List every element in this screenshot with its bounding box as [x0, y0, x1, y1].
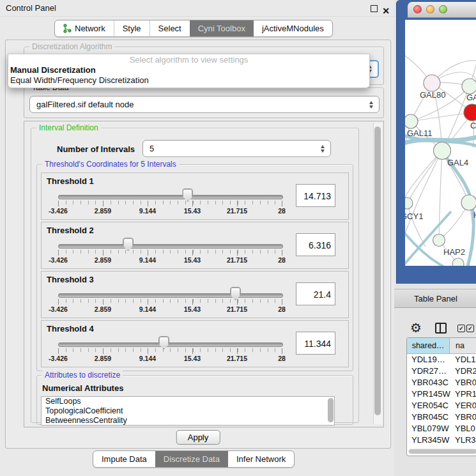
- apply-button[interactable]: Apply: [176, 430, 220, 445]
- table-horizontal-scrollbar[interactable]: [408, 449, 476, 454]
- threshold-slider[interactable]: [58, 244, 283, 249]
- node-label: GAL80: [420, 90, 445, 100]
- threshold-slider[interactable]: [58, 342, 283, 347]
- spinner-arrows-icon: [320, 144, 326, 153]
- thresholds-group: Threshold's Coordinates for 5 Intervals …: [36, 164, 353, 371]
- settings-scroll-panel: Interval Definition Number of Intervals …: [24, 121, 384, 427]
- thresholds-group-title: Threshold's Coordinates for 5 Intervals: [42, 160, 179, 169]
- panel-scrollbar[interactable]: [373, 123, 382, 424]
- threshold-label: Threshold 4: [47, 324, 94, 334]
- tab-discretize-data[interactable]: Discretize Data: [155, 451, 228, 467]
- tab-label: Discretize Data: [164, 454, 220, 464]
- control-panel-titlebar: Control Panel ✕: [0, 0, 394, 17]
- checkbox-icon[interactable]: ✓: [457, 325, 465, 332]
- threshold-label: Threshold 1: [47, 176, 94, 186]
- scrollbar-thumb[interactable]: [374, 127, 381, 415]
- table-row[interactable]: YER054CYER0: [407, 400, 476, 411]
- column-header-name[interactable]: na: [450, 338, 476, 353]
- tab-label: Infer Network: [236, 454, 286, 464]
- threshold-value-field[interactable]: 11.344: [296, 332, 335, 355]
- slider-thumb[interactable]: [230, 287, 241, 300]
- tab-label: jActiveMNodules: [262, 24, 324, 33]
- table-data-combo[interactable]: galFiltered.sif default node: [29, 96, 380, 113]
- list-item[interactable]: TopologicalCoefficient: [42, 406, 334, 416]
- node-gal11[interactable]: [405, 114, 418, 128]
- slider-thumb[interactable]: [182, 188, 193, 202]
- tab-select[interactable]: Select: [150, 20, 190, 36]
- threshold-value-field[interactable]: 14.713: [296, 184, 335, 207]
- slider-ticks: [58, 250, 282, 254]
- tab-jactivemnodules[interactable]: jActiveMNodules: [254, 20, 332, 36]
- tab-impute-data[interactable]: Impute Data: [93, 451, 155, 467]
- table-row[interactable]: YBR045CYBR0: [407, 411, 476, 423]
- tab-label: Style: [123, 24, 141, 33]
- number-of-intervals-label: Number of Intervals: [57, 144, 135, 154]
- algorithm-placeholder: Select algorithm to view settings: [8, 54, 369, 65]
- table-panel-titlebar: Table Panel: [394, 289, 476, 308]
- float-window-icon[interactable]: [371, 5, 378, 12]
- close-icon[interactable]: ✕: [382, 3, 390, 19]
- slider-thumb[interactable]: [158, 336, 169, 349]
- node-label: C: [470, 121, 476, 130]
- threshold-slider[interactable]: [58, 195, 283, 199]
- attributes-group: Attributes to discretize Numerical Attri…: [36, 375, 353, 425]
- columns-icon[interactable]: [435, 323, 447, 334]
- list-item[interactable]: BetweennessCentrality: [42, 416, 334, 426]
- network-view-window: GAL80 GA C GAL11 GAL4 GCY1 H HAP2: [396, 0, 476, 284]
- node-gcy1[interactable]: [405, 197, 413, 209]
- number-of-intervals-combo[interactable]: 5: [142, 140, 331, 157]
- node[interactable]: [461, 195, 476, 210]
- table-row[interactable]: YBL079WYBL0: [407, 423, 476, 434]
- algorithm-group-title: Discretization Algorithm: [29, 42, 114, 51]
- cyni-toolbox-panel: Discretization Algorithm Table Data galF…: [5, 40, 391, 449]
- slider-ticks: [58, 348, 282, 352]
- dropdown-option-manual-discretization[interactable]: Manual Discretization: [8, 65, 369, 75]
- node-hap2[interactable]: [433, 234, 445, 247]
- right-region: GAL80 GA C GAL11 GAL4 GCY1 H HAP2 Table …: [394, 0, 476, 476]
- minimize-traffic-light[interactable]: [426, 5, 434, 13]
- network-nodes[interactable]: [405, 75, 476, 266]
- list-scrollbar[interactable]: [328, 398, 334, 422]
- table-row[interactable]: YDR27…YDR2: [407, 365, 476, 377]
- slider-axis-labels: -3.426 2.859 9.144 21.715 15.43 28: [58, 355, 282, 363]
- table-row[interactable]: YLR345WYLR3: [407, 434, 476, 446]
- tab-network[interactable]: Network: [55, 20, 114, 36]
- slider-thumb[interactable]: [123, 238, 134, 251]
- window-title: Control Panel: [6, 3, 56, 13]
- threshold-value-field[interactable]: 21.4: [296, 282, 335, 305]
- slider-axis-labels: -3.426 2.859 9.144 15.43 21.715 28: [58, 207, 282, 215]
- tab-infer-network[interactable]: Infer Network: [228, 451, 294, 467]
- node[interactable]: [452, 258, 464, 266]
- node-gal80[interactable]: [424, 75, 440, 91]
- control-panel-window: Control Panel ✕ Network Style Select Cyn…: [0, 0, 395, 476]
- dropdown-option-equal-width[interactable]: Equal Width/Frequency Discretization: [8, 75, 369, 86]
- table-row[interactable]: YBR043CYBR0: [407, 377, 476, 388]
- zoom-traffic-light[interactable]: [439, 5, 447, 13]
- threshold-label: Threshold 3: [47, 275, 94, 284]
- table-row[interactable]: YPR145WYPR1: [407, 388, 476, 400]
- gear-icon[interactable]: ⚙: [410, 320, 422, 335]
- node-label: GA: [466, 93, 476, 102]
- tab-style[interactable]: Style: [114, 20, 150, 36]
- node-label: GAL4: [447, 158, 468, 167]
- threshold-row: Threshold 1 -3.426 2.859 9.144 15.43 21.…: [41, 173, 349, 220]
- network-canvas[interactable]: GAL80 GA C GAL11 GAL4 GCY1 H HAP2: [405, 20, 476, 266]
- table-row[interactable]: YDL19…YDL1: [407, 354, 476, 365]
- node-label: GCY1: [405, 211, 423, 221]
- threshold-value-field[interactable]: 6.316: [296, 233, 335, 256]
- column-header-shared-name[interactable]: shared…: [407, 338, 450, 353]
- table-header-row: shared… na: [407, 338, 476, 354]
- node-gal4[interactable]: [434, 142, 451, 160]
- close-traffic-light[interactable]: [413, 5, 422, 13]
- tab-cyni-toolbox[interactable]: Cyni Toolbox: [190, 20, 254, 36]
- threshold-slider[interactable]: [58, 293, 283, 298]
- interval-definition-group: Interval Definition Number of Intervals …: [31, 128, 359, 423]
- list-item[interactable]: SelfLoops: [42, 397, 334, 406]
- node-selected-red[interactable]: [464, 104, 476, 121]
- scrollbar-thumb[interactable]: [409, 449, 476, 454]
- checkbox-icon[interactable]: ✓: [466, 325, 474, 332]
- node-label: H: [473, 210, 476, 220]
- table-panel-title: Table Panel: [414, 294, 457, 303]
- node[interactable]: [462, 79, 476, 94]
- slider-ticks: [58, 201, 282, 204]
